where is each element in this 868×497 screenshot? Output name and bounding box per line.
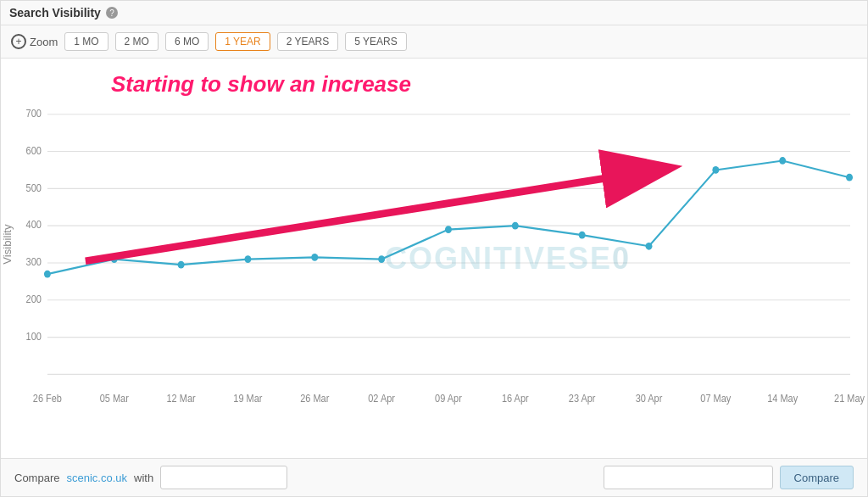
time-btn-1year[interactable]: 1 YEAR (215, 32, 270, 51)
chart-svg: 700 600 500 400 300 200 100 Visibility 2… (1, 59, 867, 458)
svg-text:02 Apr: 02 Apr (368, 394, 395, 405)
svg-point-35 (445, 226, 452, 233)
zoom-control: + Zoom (11, 34, 58, 49)
svg-text:200: 200 (26, 294, 42, 305)
svg-text:19 Mar: 19 Mar (233, 394, 262, 405)
svg-text:21 May: 21 May (834, 394, 865, 405)
svg-text:300: 300 (26, 257, 42, 268)
zoom-label: Zoom (30, 36, 58, 48)
svg-text:30 Apr: 30 Apr (636, 394, 663, 405)
svg-text:09 Apr: 09 Apr (435, 394, 462, 405)
svg-text:12 Mar: 12 Mar (167, 394, 196, 405)
svg-text:05 Mar: 05 Mar (100, 394, 129, 405)
time-btn-2mo[interactable]: 2 MO (115, 32, 159, 51)
svg-text:100: 100 (26, 331, 42, 342)
compare-input-2[interactable] (604, 466, 773, 489)
svg-text:23 Apr: 23 Apr (569, 394, 596, 405)
footer: Compare scenic.co.uk with Compare (1, 458, 867, 496)
svg-point-34 (378, 255, 385, 263)
main-container: Search Visibility ? + Zoom 1 MO 2 MO 6 M… (0, 0, 868, 497)
toolbar: + Zoom 1 MO 2 MO 6 MO 1 YEAR 2 YEARS 5 Y… (1, 25, 867, 59)
time-btn-6mo[interactable]: 6 MO (165, 32, 209, 51)
compare-site-link[interactable]: scenic.co.uk (66, 472, 127, 484)
chart-annotation: Starting to show an increase (111, 71, 411, 98)
svg-text:500: 500 (26, 182, 42, 193)
compare-label: Compare (14, 472, 59, 484)
svg-point-32 (244, 255, 251, 263)
compare-input-1[interactable] (160, 466, 287, 489)
time-btn-1mo[interactable]: 1 MO (64, 32, 108, 51)
svg-line-43 (86, 168, 670, 261)
time-btn-2years[interactable]: 2 YEARS (277, 32, 338, 51)
svg-text:07 May: 07 May (700, 394, 731, 405)
svg-point-40 (779, 157, 786, 165)
svg-point-33 (311, 254, 318, 261)
help-icon[interactable]: ? (106, 7, 118, 19)
zoom-icon[interactable]: + (11, 34, 26, 49)
svg-text:700: 700 (26, 109, 42, 120)
svg-text:Visibility: Visibility (2, 224, 13, 265)
svg-point-41 (846, 174, 853, 181)
svg-point-36 (512, 222, 519, 230)
time-btn-5years[interactable]: 5 YEARS (345, 32, 406, 51)
svg-point-29 (44, 271, 51, 278)
compare-button[interactable]: Compare (780, 466, 854, 489)
svg-text:14 May: 14 May (767, 394, 798, 405)
svg-text:600: 600 (26, 145, 42, 156)
svg-text:16 Apr: 16 Apr (502, 394, 529, 405)
header: Search Visibility ? (1, 1, 867, 25)
svg-point-38 (646, 243, 653, 250)
page-title: Search Visibility (9, 6, 101, 20)
chart-area: Starting to show an increase COGNITIVESE… (1, 59, 867, 458)
svg-text:400: 400 (26, 220, 42, 231)
svg-point-31 (178, 261, 185, 269)
svg-point-37 (579, 232, 586, 239)
svg-point-39 (712, 166, 719, 174)
svg-text:26 Feb: 26 Feb (33, 394, 62, 405)
with-label: with (134, 472, 153, 484)
svg-text:26 Mar: 26 Mar (300, 394, 329, 405)
